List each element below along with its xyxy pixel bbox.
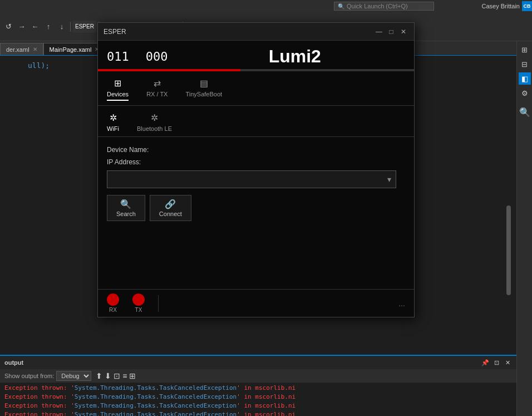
output-toolbar-btn-5[interactable]: ⊞ [129, 371, 136, 380]
esper-connect-label: Connect [159, 211, 182, 217]
esper-rx-dot [107, 293, 119, 306]
toolbar-up-btn[interactable]: ↑ [42, 21, 55, 33]
output-toolbar: Show output from: Debug ⬆ ⬇ ⊡ ≡ ⊞ [0, 369, 516, 383]
esper-rx-label: RX [109, 307, 117, 313]
quick-launch-text: Quick Launch (Ctrl+Q) [347, 3, 408, 9]
esper-tx-label: TX [135, 307, 142, 313]
esper-search-label: Search [116, 211, 136, 217]
output-exception-4: System.Threading.Tasks.TaskCanceledExcep… [75, 411, 237, 416]
esper-conn-wifi[interactable]: ✲ WiFi [107, 112, 119, 132]
esper-nav-devices[interactable]: ⊞ Devices [107, 78, 129, 101]
esper-status-rx[interactable]: RX [107, 293, 119, 313]
scrollbar-thumb[interactable] [506, 205, 511, 295]
esper-nav: ⊞ Devices ⇄ RX / TX ▤ TinySafeBoot [98, 71, 414, 106]
esper-restore-btn[interactable]: □ [386, 27, 396, 37]
esper-minimize-btn[interactable]: — [374, 27, 384, 37]
esper-nav-rxtx-label: RX / TX [146, 91, 168, 97]
esper-titlebar: ESPER — □ ✕ [98, 23, 414, 41]
right-panel: ⊞ ⊟ ◧ ⚙ 🔍 [516, 41, 532, 416]
esper-search-btn[interactable]: 🔍 Search [107, 195, 145, 221]
esper-ip-dropdown[interactable]: ▾ [107, 170, 396, 188]
output-line-2: Exception thrown: 'System.Threading.Task… [4, 393, 512, 402]
right-panel-code-btn[interactable]: ◧ [519, 72, 531, 85]
esper-bluetooth-icon: ✲ [151, 112, 158, 123]
esper-close-icon: ✕ [401, 28, 406, 36]
esper-conn-wifi-label: WiFi [107, 125, 119, 132]
user-info: Casey Brittain CB [482, 1, 532, 11]
output-panel: output 📌 ⊡ ✕ Show output from: Debug ⬆ ⬇… [0, 355, 516, 416]
right-panel-search[interactable]: 🔍 [519, 106, 531, 118]
esper-search-icon: 🔍 [120, 199, 131, 209]
output-title: output [4, 359, 23, 366]
toolbar-back-btn[interactable]: ← [29, 21, 41, 33]
tab-derxaml[interactable]: der.xaml ✕ [0, 43, 43, 55]
output-exception-3: System.Threading.Tasks.TaskCanceledExcep… [75, 402, 237, 409]
esper-device-name-row: Device Name: [107, 146, 405, 154]
user-initials: CB [524, 3, 531, 9]
output-line-3: Exception thrown: 'System.Threading.Task… [4, 402, 512, 410]
esper-counter-left: 011 [107, 50, 129, 63]
output-toolbar-btn-4[interactable]: ≡ [122, 371, 127, 380]
esper-ip-row: IP Address: [107, 158, 405, 166]
right-panel-expand-btn[interactable]: ⊞ [519, 43, 531, 56]
output-line-4: Exception thrown: 'System.Threading.Task… [4, 410, 512, 416]
esper-tx-dot [132, 293, 145, 306]
right-panel-gear-btn[interactable]: ⚙ [519, 87, 531, 99]
output-source-label: Show output from: [4, 373, 54, 379]
quick-launch-input[interactable]: 🔍 Quick Launch (Ctrl+Q) [334, 2, 434, 11]
esper-form: Device Name: IP Address: ▾ [98, 137, 414, 188]
toolbar-refresh-btn[interactable]: ↺ [2, 21, 14, 33]
tab-mainpage[interactable]: MainPage.xaml ✕ [43, 43, 106, 55]
esper-nav-tsb-icon: ▤ [200, 78, 208, 89]
esper-window: ESPER — □ ✕ 011 000 Lumi2 ⊞ Devices [97, 22, 415, 317]
esper-close-btn[interactable]: ✕ [398, 27, 408, 37]
output-line-1: Exception thrown: 'System.Threading.Task… [4, 384, 512, 393]
esper-nav-tinysafeboot[interactable]: ▤ TinySafeBoot [185, 78, 222, 101]
tab-mainpage-label: MainPage.xaml [50, 46, 92, 53]
esper-status-separator [158, 295, 159, 312]
esper-wifi-icon: ✲ [110, 112, 117, 123]
toolbar-sep-1 [70, 22, 71, 32]
esper-device-name-label: Device Name: [107, 146, 162, 154]
esper-nav-rxtx[interactable]: ⇄ RX / TX [146, 78, 168, 101]
ide-top-bar-left: 🔍 Quick Launch (Ctrl+Q) [0, 0, 436, 12]
output-float-btn[interactable]: ⊡ [492, 358, 501, 367]
output-exception-2: System.Threading.Tasks.TaskCanceledExcep… [75, 393, 237, 400]
esper-counter-area: 011 000 Lumi2 [98, 41, 414, 67]
output-pin-btn[interactable]: 📌 [481, 358, 490, 367]
right-panel-shrink-btn[interactable]: ⊟ [519, 58, 531, 70]
output-source-select[interactable]: Debug [56, 371, 91, 381]
toolbar-down-btn[interactable]: ↓ [56, 21, 68, 33]
esper-device-name: Lumi2 [185, 46, 406, 67]
esper-title: ESPER [104, 28, 372, 36]
esper-status-tx[interactable]: TX [132, 293, 145, 313]
esper-minimize-icon: — [376, 28, 382, 36]
esper-nav-rxtx-icon: ⇄ [154, 78, 161, 89]
tab-derxaml-label: der.xaml [6, 46, 29, 53]
esper-connect-btn[interactable]: 🔗 Connect [150, 195, 191, 221]
esper-conn-bluetooth[interactable]: ✲ Bluetooth LE [137, 112, 172, 132]
output-toolbar-btn-1[interactable]: ⬆ [96, 371, 102, 380]
output-header: output 📌 ⊡ ✕ [0, 356, 516, 369]
esper-nav-devices-label: Devices [107, 91, 129, 97]
user-name: Casey Brittain [482, 3, 520, 9]
toolbar-forward-btn[interactable]: → [16, 21, 28, 33]
esper-spacer [98, 221, 414, 289]
tab-derxaml-close[interactable]: ✕ [33, 46, 37, 52]
esper-conn-bluetooth-label: Bluetooth LE [137, 125, 172, 132]
ide-top-bar: 🔍 Quick Launch (Ctrl+Q) Casey Brittain C… [0, 0, 532, 12]
esper-actions: 🔍 Search 🔗 Connect [98, 188, 414, 221]
esper-ip-label: IP Address: [107, 158, 162, 166]
output-toolbar-btn-2[interactable]: ⬇ [105, 371, 111, 380]
toolbar-esper-btn[interactable]: ESPER [73, 21, 96, 33]
output-content: Exception thrown: 'System.Threading.Task… [0, 383, 516, 416]
esper-statusbar: RX TX ... [98, 289, 414, 317]
output-close-btn[interactable]: ✕ [503, 358, 512, 367]
output-controls: 📌 ⊡ ✕ [481, 358, 512, 367]
esper-status-more[interactable]: ... [398, 299, 405, 308]
esper-ip-chevron-icon: ▾ [387, 175, 391, 184]
user-avatar: CB [522, 1, 532, 11]
esper-counter-right: 000 [146, 50, 168, 63]
output-toolbar-btn-3[interactable]: ⊡ [114, 371, 120, 380]
code-null-keyword: ull); [28, 61, 50, 70]
